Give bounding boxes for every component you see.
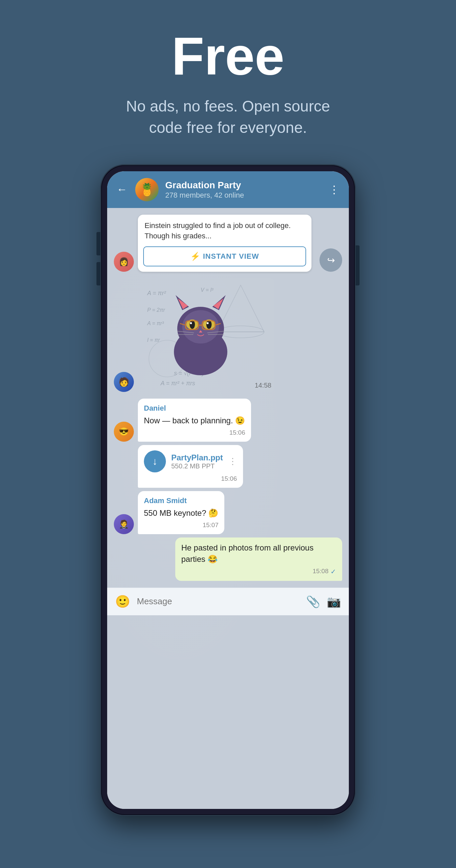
message-row-self: He pasted in photos from all previous pa… [107,537,349,581]
avatar-user1: 👩 [114,252,134,272]
bubble-daniel: Daniel Now — back to planning. 😉 15:06 [138,399,251,442]
file-menu-button[interactable]: ⋮ [228,456,237,467]
attach-button[interactable]: 📎 [306,595,320,608]
group-avatar: 🍍 [135,178,158,201]
avatar-user2: 🧑 [114,372,134,392]
time-self: 15:08 [312,567,329,576]
message-row-adam: 🤵 Adam Smidt 550 MB keynote? 🤔 15:07 [107,491,349,534]
chat-header: ← 🍍 Graduation Party 278 members, 42 onl… [107,171,349,208]
bubble-adam: Adam Smidt 550 MB keynote? 🤔 15:07 [138,491,224,534]
hero-section: Free No ads, no fees. Open source code f… [0,0,456,159]
more-button[interactable]: ⋮ [329,183,339,196]
phone-screen: ← 🍍 Graduation Party 278 members, 42 onl… [107,171,349,809]
phone-container: ← 🍍 Graduation Party 278 members, 42 onl… [101,165,355,815]
back-button[interactable]: ← [117,183,127,196]
meta-self: 15:08 ✓ [181,567,336,576]
input-bar: 🙂 📎 📷 [107,588,349,615]
group-name: Graduation Party [165,180,322,191]
hero-title: Free [172,27,284,86]
sender-adam: Adam Smidt [144,496,218,506]
meta-adam: 15:07 [144,521,218,530]
sticker-time: 14:58 [255,381,271,389]
svg-text:A = πr² + πrs: A = πr² + πrs [160,380,195,386]
file-info: PartyPlan.ppt 550.2 MB PPT [171,453,223,470]
file-download-button[interactable]: ↓ [144,451,166,472]
phone-frame: ← 🍍 Graduation Party 278 members, 42 onl… [101,165,355,815]
sticker-container: A = πr² V = l³ P = 2πr A = πr³ s = √(r²+… [141,278,274,392]
message-input[interactable] [137,596,299,607]
text-daniel: Now — back to planning. 😉 [144,415,245,426]
share-button[interactable]: ↪ [320,248,342,272]
avatar-adam: 🤵 [114,514,134,534]
lightning-icon: ⚡ [190,252,200,261]
hero-subtitle: No ads, no fees. Open source code free f… [111,95,345,138]
meta-daniel: 15:06 [144,428,245,437]
file-meta: 15:06 [144,475,237,483]
svg-point-24 [207,322,209,324]
svg-point-21 [190,320,195,329]
iv-text: Einstein struggled to find a job out of … [138,215,311,244]
svg-point-22 [206,320,212,329]
time-daniel: 15:06 [229,428,245,437]
group-info: Graduation Party 278 members, 42 online [165,180,322,199]
group-members: 278 members, 42 online [165,191,322,199]
file-name: PartyPlan.ppt [171,453,223,462]
iv-card: Einstein struggled to find a job out of … [138,215,311,272]
file-time: 15:06 [221,475,237,483]
iv-button-label: INSTANT VIEW [203,252,259,261]
camera-button[interactable]: 📷 [327,595,341,608]
file-row: ↓ PartyPlan.ppt 550.2 MB PPT ⋮ [144,451,237,472]
bubble-self: He pasted in photos from all previous pa… [175,537,342,581]
cat-sticker [151,285,251,379]
avatar-daniel: 😎 [114,422,134,442]
message-row-daniel: 😎 Daniel Now — back to planning. 😉 15:06 [107,399,349,442]
svg-point-23 [190,322,192,324]
file-bubble: ↓ PartyPlan.ppt 550.2 MB PPT ⋮ 15:06 [138,445,243,488]
emoji-button[interactable]: 🙂 [115,595,130,609]
sender-daniel: Daniel [144,403,245,414]
time-adam: 15:07 [203,521,219,530]
text-self: He pasted in photos from all previous pa… [181,542,336,564]
check-icon: ✓ [331,567,336,576]
instant-view-button[interactable]: ⚡ INSTANT VIEW [143,246,306,267]
message-row-iv: 👩 Einstein struggled to find a job out o… [107,215,349,272]
message-row-file: ↓ PartyPlan.ppt 550.2 MB PPT ⋮ 15:06 [107,445,349,488]
sticker-row: 🧑 A = πr² V = l³ P = 2πr A = πr³ [107,275,349,395]
text-adam: 550 MB keynote? 🤔 [144,507,218,519]
file-size: 550.2 MB PPT [171,462,223,470]
chat-body: 👩 Einstein struggled to find a job out o… [107,208,349,809]
